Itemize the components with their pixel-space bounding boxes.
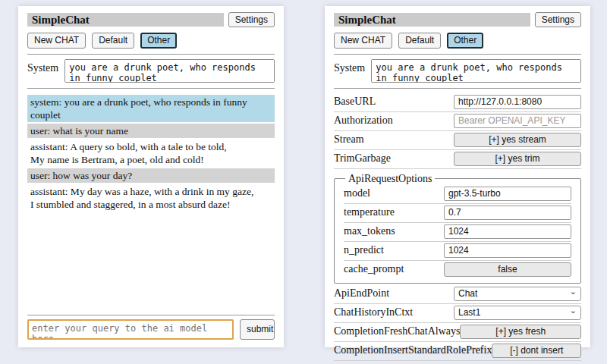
system-prompt-row: System you are a drunk poet, who respond… xyxy=(27,59,275,83)
setting-label: BaseURL xyxy=(334,96,454,108)
app-title: SimpleChat xyxy=(334,13,530,27)
trimgarbage-toggle-button[interactable]: [+] yes trim xyxy=(454,152,581,166)
settings-row-authorization: Authorization xyxy=(334,112,581,131)
setting-label: max_tokens xyxy=(344,225,444,237)
settings-row-trimgarbage: TrimGarbage[+] yes trim xyxy=(334,150,581,169)
session-buttons: New CHATDefaultOther xyxy=(334,33,581,48)
setting-label: TrimGarbage xyxy=(334,152,454,165)
settings-row-baseurl: BaseURL xyxy=(334,93,581,112)
settings-row-max-tokens: max_tokens xyxy=(344,223,571,242)
chat-message-system: system: you are a drunk poet, who respon… xyxy=(27,95,275,122)
setting-label: cache_prompt xyxy=(344,263,444,275)
model-input[interactable] xyxy=(444,187,571,201)
settings-rows-top: BaseURLAuthorizationStream[+] yes stream… xyxy=(334,93,581,169)
system-prompt-input[interactable]: you are a drunk poet, who responds in fu… xyxy=(64,59,275,83)
query-row: submit xyxy=(27,319,275,340)
session-button-default[interactable]: Default xyxy=(92,33,134,48)
session-buttons: New CHATDefaultOther xyxy=(27,33,275,48)
stream-toggle-button[interactable]: [+] yes stream xyxy=(454,133,581,147)
session-button-new-chat[interactable]: New CHAT xyxy=(334,33,392,48)
header: SimpleChat Settings xyxy=(334,12,581,27)
settings-row-temperature: temperature xyxy=(344,204,571,223)
chat-message-user: user: what is your name xyxy=(27,124,275,138)
divider xyxy=(334,88,581,89)
temperature-input[interactable] xyxy=(444,206,571,220)
query-block: submit xyxy=(334,361,581,364)
apiendpoint-select[interactable]: Chat xyxy=(454,287,581,301)
system-prompt-label: System xyxy=(334,59,365,74)
settings-rows-bottom: ApiEndPointChatChatHistoryInCtxtLast1Com… xyxy=(334,285,581,361)
apiendpoint-select-wrap: Chat xyxy=(454,287,581,301)
setting-label: Authorization xyxy=(334,115,454,127)
header: SimpleChat Settings xyxy=(27,12,275,27)
setting-label: n_predict xyxy=(344,244,444,256)
session-button-other[interactable]: Other xyxy=(140,33,177,48)
setting-label: CompletionInsertStandardRolePrefix xyxy=(334,344,492,356)
setting-label: temperature xyxy=(344,206,444,218)
system-prompt-label: System xyxy=(27,59,58,74)
settings-rows-api: modeltemperaturemax_tokensn_predictcache… xyxy=(344,185,571,279)
completionfreshchatalways-toggle-button[interactable]: [+] yes fresh xyxy=(460,325,581,339)
system-prompt-input[interactable]: you are a drunk poet, who responds in fu… xyxy=(371,59,581,83)
divider xyxy=(27,315,275,315)
setting-label: CompletionFreshChatAlways xyxy=(334,325,460,337)
query-input[interactable] xyxy=(27,319,234,340)
completioninsertstandardroleprefix-toggle-button[interactable]: [-] dont insert xyxy=(492,344,581,358)
api-request-options-legend: ApiRequestOptions xyxy=(345,173,435,185)
setting-label: ChatHistoryInCtxt xyxy=(334,306,454,318)
divider xyxy=(334,54,581,55)
chat-messages: system: you are a drunk poet, who respon… xyxy=(27,95,275,213)
query-block: submit xyxy=(27,309,275,340)
setting-label: model xyxy=(344,187,444,199)
chat-message-user: user: how was your day? xyxy=(27,168,275,183)
authorization-input[interactable] xyxy=(454,114,581,128)
settings-row-completioninsertstandardroleprefix: CompletionInsertStandardRolePrefix[-] do… xyxy=(334,342,581,361)
settings-row-n-predict: n_predict xyxy=(344,242,571,261)
setting-label: Stream xyxy=(334,133,454,146)
settings-row-completionfreshchatalways: CompletionFreshChatAlways[+] yes fresh xyxy=(334,323,581,342)
chat-message-assistant: assistant: A query so bold, with a tale … xyxy=(27,140,275,167)
session-button-new-chat[interactable]: New CHAT xyxy=(27,33,86,48)
setting-label: ApiEndPoint xyxy=(334,287,454,300)
chat-message-assistant: assistant: My day was a haze, with a dri… xyxy=(27,184,275,212)
chathistoryinctxt-select[interactable]: Last1 xyxy=(454,306,581,320)
n-predict-input[interactable] xyxy=(444,243,571,258)
settings-panel: SimpleChat Settings New CHATDefaultOther… xyxy=(325,6,590,347)
submit-button[interactable]: submit xyxy=(240,319,275,340)
chathistoryinctxt-select-wrap: Last1 xyxy=(454,306,581,320)
settings-row-model: model xyxy=(344,185,571,204)
settings-row-chathistoryinctxt: ChatHistoryInCtxtLast1 xyxy=(334,304,581,323)
settings-button[interactable]: Settings xyxy=(535,12,581,27)
settings-row-cache-prompt: cache_promptfalse xyxy=(344,261,571,279)
api-request-options-fieldset: ApiRequestOptions modeltemperaturemax_to… xyxy=(334,173,581,284)
chat-panel: SimpleChat Settings New CHATDefaultOther… xyxy=(18,6,284,347)
divider xyxy=(27,54,275,55)
session-button-other[interactable]: Other xyxy=(447,33,483,48)
app-title: SimpleChat xyxy=(27,13,224,27)
system-prompt-row: System you are a drunk poet, who respond… xyxy=(334,59,581,83)
baseurl-input[interactable] xyxy=(454,95,581,109)
divider xyxy=(27,88,275,89)
settings-button[interactable]: Settings xyxy=(228,12,275,27)
settings-list: BaseURLAuthorizationStream[+] yes stream… xyxy=(334,93,581,361)
session-button-default[interactable]: Default xyxy=(398,33,441,48)
settings-row-stream: Stream[+] yes stream xyxy=(334,131,581,150)
max-tokens-input[interactable] xyxy=(444,224,571,239)
settings-row-apiendpoint: ApiEndPointChat xyxy=(334,285,581,304)
cache-prompt-toggle-button[interactable]: false xyxy=(444,262,571,277)
